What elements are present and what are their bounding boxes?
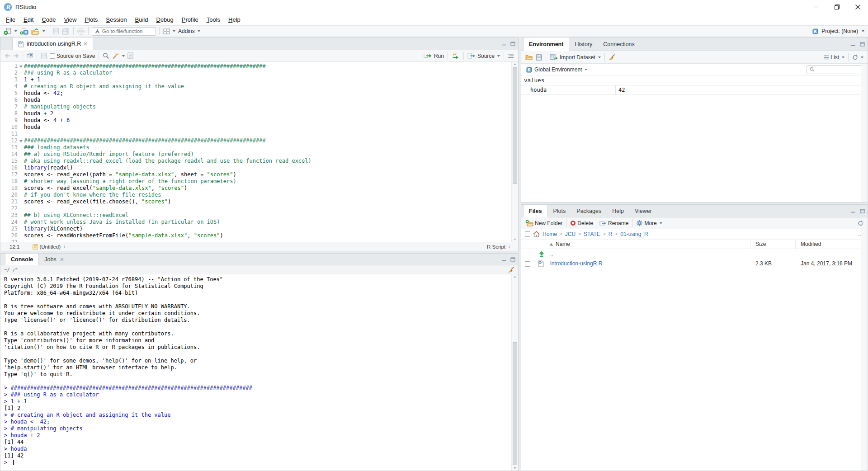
menu-file[interactable]: File <box>2 15 19 24</box>
maximize-pane-icon[interactable] <box>510 42 515 46</box>
tab-files[interactable]: Files <box>523 205 548 217</box>
minimize-pane-icon[interactable] <box>851 209 856 213</box>
code-line[interactable]: 23## b) using XLConnect::readExcel <box>0 212 518 219</box>
home-icon[interactable] <box>533 231 540 237</box>
menu-code[interactable]: Code <box>38 15 60 24</box>
minimize-pane-icon[interactable] <box>501 257 506 262</box>
refresh-files-button[interactable] <box>856 219 865 227</box>
files-scrollbar[interactable] <box>861 229 868 471</box>
goto-file-function-input[interactable] <box>102 28 152 34</box>
forward-button[interactable] <box>12 52 20 59</box>
new-project-button[interactable]: R <box>19 27 30 36</box>
menu-debug[interactable]: Debug <box>152 15 178 24</box>
code-line[interactable]: 22 <box>0 205 518 212</box>
tab-introduction-usingr[interactable]: R introduction-usingR.R <box>12 38 93 50</box>
popout-editor-button[interactable] <box>25 52 34 60</box>
file-type-selector[interactable]: R Script ↕ <box>486 243 512 250</box>
window-minimize-button[interactable] <box>806 0 826 14</box>
rename-button[interactable]: Rename <box>598 219 630 227</box>
code-line[interactable]: 6houda <box>0 97 518 104</box>
clear-console-icon[interactable] <box>508 266 514 273</box>
find-replace-button[interactable] <box>101 52 111 60</box>
sort-by-modified-header[interactable]: Modified <box>801 241 821 247</box>
file-row[interactable]: .. <box>521 249 861 259</box>
code-line[interactable]: 18# shorter way (assuning a right order … <box>0 178 518 185</box>
tab-plots[interactable]: Plots <box>548 205 571 217</box>
code-line[interactable]: 13### loading datasets <box>0 144 518 151</box>
tab-environment[interactable]: Environment <box>523 38 569 51</box>
goto-directory-icon[interactable] <box>13 267 18 272</box>
console-output[interactable]: R version 3.6.1 Patched (2019-07-24 r768… <box>0 274 511 471</box>
save-workspace-button[interactable] <box>534 53 543 61</box>
menu-edit[interactable]: Edit <box>19 15 38 24</box>
menu-session[interactable]: Session <box>102 15 131 24</box>
source-button[interactable]: Source <box>466 52 501 60</box>
menu-view[interactable]: View <box>60 15 80 24</box>
scope-selector[interactable]: # (Untitled) ↕ <box>31 243 67 250</box>
code-editor[interactable]: 1#######################################… <box>0 62 518 242</box>
code-line[interactable]: 31 + 1 <box>0 76 518 83</box>
view-mode-button[interactable]: List <box>822 53 846 61</box>
code-line[interactable]: 5houda <- 42; <box>0 90 518 97</box>
breadcrumb-r[interactable]: R <box>609 231 613 237</box>
editor-scrollbar[interactable]: ▲ ▼ <box>511 62 518 242</box>
more-button[interactable]: More <box>635 219 663 227</box>
run-button[interactable]: Run <box>422 52 445 60</box>
code-line[interactable]: 21scores <- read_excel(file.choose(), "s… <box>0 198 518 205</box>
breadcrumb-home[interactable]: Home <box>542 231 557 237</box>
minimize-pane-icon[interactable] <box>851 42 856 47</box>
window-restore-button[interactable] <box>826 0 847 14</box>
minimize-pane-icon[interactable] <box>501 42 506 46</box>
code-line[interactable]: 1#######################################… <box>0 63 518 70</box>
code-line[interactable]: 8houda + 2 <box>0 110 518 117</box>
code-line[interactable]: 26scores <- readWorksheetFromFile("sampl… <box>0 232 518 239</box>
tab-packages[interactable]: Packages <box>571 205 607 217</box>
import-dataset-button[interactable]: Import Dataset <box>548 53 602 61</box>
source-on-save-checkbox[interactable]: Source on Save <box>48 52 96 60</box>
environment-scope-selector[interactable]: R Global Environment <box>525 66 589 74</box>
pane-layout-button[interactable] <box>162 28 177 35</box>
code-line[interactable]: 25library(XLConnect) <box>0 226 518 232</box>
up-directory-icon[interactable] <box>538 251 545 259</box>
environment-search-input[interactable] <box>816 67 860 72</box>
code-line[interactable]: 4# creating an R object and assigning it… <box>0 83 518 90</box>
select-all-checkbox[interactable] <box>525 231 530 237</box>
maximize-pane-icon[interactable] <box>860 42 865 47</box>
tab-connections[interactable]: Connections <box>598 38 640 51</box>
print-button[interactable] <box>76 27 86 36</box>
project-selector[interactable]: R Project: (None) <box>812 26 864 37</box>
window-close-button[interactable] <box>847 0 868 14</box>
code-line[interactable]: 20# if you don't know where the file res… <box>0 192 518 198</box>
code-line[interactable]: 19scores <- read_excel("sample-data.xlsx… <box>0 185 518 192</box>
environment-scrollbar[interactable] <box>861 64 868 202</box>
code-line[interactable]: 24# won!t work unless Java is installed … <box>0 219 518 226</box>
menu-profile[interactable]: Profile <box>178 15 203 24</box>
console-prompt[interactable]: > <box>4 459 511 466</box>
breadcrumb-state[interactable]: STATE <box>584 231 600 237</box>
tab-jobs[interactable]: Jobs <box>39 254 69 265</box>
menu-plots[interactable]: Plots <box>80 15 102 24</box>
clear-environment-button[interactable] <box>607 53 617 61</box>
save-source-button[interactable] <box>39 52 48 60</box>
maximize-pane-icon[interactable] <box>510 257 515 262</box>
breadcrumb-jcu[interactable]: JCU <box>565 231 576 237</box>
back-button[interactable] <box>3 52 12 59</box>
refresh-environment-button[interactable] <box>851 53 865 61</box>
environment-entry-row[interactable]: houda42 <box>521 85 861 95</box>
goto-file-function-box[interactable] <box>92 27 156 36</box>
menu-build[interactable]: Build <box>131 15 152 24</box>
new-file-button[interactable] <box>2 27 19 36</box>
menu-tools[interactable]: Tools <box>203 15 224 24</box>
parent-dir-label[interactable]: .. <box>550 251 553 257</box>
save-all-button[interactable] <box>61 27 71 36</box>
code-line[interactable]: 14## a) using RStudio/Rcmdr import featu… <box>0 151 518 158</box>
code-line[interactable]: 7# manipulating objects <box>0 104 518 110</box>
code-line[interactable]: 2### using R as a calculator <box>0 70 518 76</box>
code-line[interactable]: 15# aka using readxl::read_excel (load t… <box>0 158 518 165</box>
tab-help[interactable]: Help <box>607 205 629 217</box>
document-outline-button[interactable] <box>506 52 515 59</box>
file-row[interactable]: Rintroduction-usingR.R2.3 KBJan 4, 2017,… <box>521 259 861 269</box>
code-line[interactable]: 16library(readxl) <box>0 165 518 171</box>
environment-search-box[interactable] <box>807 65 863 74</box>
addins-button[interactable]: Addins <box>177 27 202 35</box>
